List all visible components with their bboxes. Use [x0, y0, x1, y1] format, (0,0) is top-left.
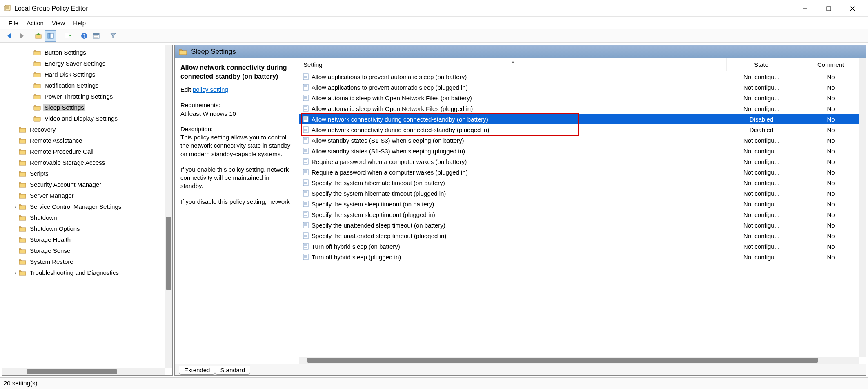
- export-button[interactable]: [62, 30, 73, 42]
- expander-icon[interactable]: ›: [12, 204, 18, 209]
- toolbar-separator: [30, 31, 30, 40]
- tree-node[interactable]: Sleep Settings: [2, 102, 172, 113]
- list-horizontal-scrollbar[interactable]: [299, 357, 859, 364]
- policy-state: Not configu...: [727, 158, 796, 165]
- list-row[interactable]: Specify the system sleep timeout (on bat…: [299, 199, 866, 209]
- tree-vertical-scrollbar[interactable]: [165, 45, 172, 368]
- list-row[interactable]: Turn off hybrid sleep (plugged in)Not co…: [299, 252, 866, 262]
- tree-node[interactable]: Remote Procedure Call: [2, 146, 172, 157]
- list-row[interactable]: Require a password when a computer wakes…: [299, 167, 866, 177]
- scrollbar-thumb[interactable]: [27, 369, 117, 374]
- menu-action[interactable]: Action: [23, 18, 47, 28]
- svg-rect-23: [303, 84, 308, 90]
- policy-comment: No: [796, 95, 866, 102]
- requirements-label: Requirements:: [180, 101, 293, 109]
- folder-icon: [19, 159, 26, 166]
- tree-node[interactable]: Server Manager: [2, 190, 172, 201]
- tree-node[interactable]: Energy Saver Settings: [2, 58, 172, 69]
- list-row[interactable]: Specify the unattended sleep timeout (pl…: [299, 230, 866, 241]
- tree-node-label: Storage Sense: [29, 247, 71, 254]
- description-label: Description:: [180, 125, 293, 133]
- tree-node[interactable]: Video and Display Settings: [2, 113, 172, 124]
- column-header-state[interactable]: State: [727, 58, 796, 71]
- svg-rect-6: [827, 7, 831, 11]
- scrollbar-thumb[interactable]: [307, 358, 818, 363]
- tree-node[interactable]: Recovery: [2, 124, 172, 135]
- list-row[interactable]: Specify the unattended sleep timeout (on…: [299, 220, 866, 230]
- svg-rect-12: [65, 33, 69, 38]
- list-vertical-scrollbar[interactable]: [859, 58, 866, 357]
- tree-node[interactable]: Security Account Manager: [2, 179, 172, 190]
- tree-horizontal-scrollbar[interactable]: [2, 368, 165, 375]
- tree-node[interactable]: Notification Settings: [2, 80, 172, 91]
- menu-view[interactable]: View: [49, 18, 68, 28]
- expander-icon[interactable]: ›: [12, 270, 18, 275]
- svg-rect-51: [303, 159, 308, 164]
- list-row[interactable]: Specify the system hibernate timeout (on…: [299, 177, 866, 188]
- list-row[interactable]: Allow automatic sleep with Open Network …: [299, 93, 866, 103]
- policy-icon: [303, 105, 309, 112]
- tree-node-label: Power Throttling Settings: [43, 93, 114, 100]
- folder-icon: [19, 236, 26, 243]
- menu-help[interactable]: Help: [70, 18, 89, 28]
- list-row[interactable]: Turn off hybrid sleep (on battery)Not co…: [299, 241, 866, 252]
- policy-state: Not configu...: [727, 105, 796, 112]
- edit-policy-row: Edit policy setting: [180, 86, 293, 94]
- tree-node[interactable]: Scripts: [2, 168, 172, 179]
- tree-node[interactable]: Removable Storage Access: [2, 157, 172, 168]
- list-row[interactable]: Allow applications to prevent automatic …: [299, 71, 866, 82]
- list-row[interactable]: Allow network connectivity during connec…: [299, 124, 866, 135]
- tree-node-label: Removable Storage Access: [29, 159, 106, 166]
- svg-rect-19: [303, 74, 308, 80]
- tree-node[interactable]: Shutdown Options: [2, 223, 172, 234]
- list-row[interactable]: Require a password when a computer wakes…: [299, 156, 866, 167]
- tree-node[interactable]: Shutdown: [2, 212, 172, 223]
- tab-extended[interactable]: Extended: [179, 366, 215, 375]
- list-row[interactable]: Allow network connectivity during connec…: [299, 114, 866, 124]
- policy-state: Not configu...: [727, 190, 796, 197]
- tree-node[interactable]: Storage Sense: [2, 245, 172, 256]
- up-button[interactable]: [33, 30, 44, 42]
- edit-policy-link[interactable]: policy setting: [193, 86, 228, 93]
- scrollbar-thumb[interactable]: [166, 217, 171, 290]
- policy-comment: No: [796, 222, 866, 229]
- list-row[interactable]: Allow standby states (S1-S3) when sleepi…: [299, 135, 866, 146]
- back-button[interactable]: [4, 30, 15, 42]
- policy-name: Turn off hybrid sleep (plugged in): [312, 254, 401, 261]
- tab-standard[interactable]: Standard: [215, 366, 250, 375]
- policy-comment: No: [796, 105, 866, 112]
- help-button[interactable]: ?: [78, 30, 90, 42]
- forward-button[interactable]: [16, 30, 27, 42]
- list-row[interactable]: Allow applications to prevent automatic …: [299, 82, 866, 93]
- tree-node[interactable]: System Restore: [2, 256, 172, 267]
- tree-node[interactable]: Button Settings: [2, 47, 172, 58]
- maximize-button[interactable]: [817, 0, 841, 17]
- tree-node[interactable]: Power Throttling Settings: [2, 91, 172, 102]
- filter-button[interactable]: [107, 30, 119, 42]
- tree-node-label: Server Manager: [29, 192, 75, 199]
- tree-node[interactable]: Remote Assistance: [2, 135, 172, 146]
- show-hide-tree-button[interactable]: [45, 30, 56, 42]
- column-header-setting[interactable]: Setting ▴: [299, 58, 727, 71]
- column-header-comment[interactable]: Comment: [796, 58, 866, 71]
- tree-view[interactable]: Button SettingsEnergy Saver SettingsHard…: [2, 45, 172, 375]
- list-row[interactable]: Allow standby states (S1-S3) when sleepi…: [299, 146, 866, 156]
- description-text: This policy setting allows you to contro…: [180, 133, 293, 158]
- tree-node-label: Security Account Manager: [29, 181, 102, 188]
- tree-node[interactable]: ›Troubleshooting and Diagnostics: [2, 267, 172, 278]
- folder-icon: [19, 214, 26, 221]
- tree-node[interactable]: Hard Disk Settings: [2, 69, 172, 80]
- list-row[interactable]: Specify the system sleep timeout (plugge…: [299, 209, 866, 220]
- policy-list: Setting ▴ State Comment ▴ ▾ Allow applic…: [299, 58, 866, 364]
- list-row[interactable]: Allow automatic sleep with Open Network …: [299, 103, 866, 114]
- properties-button[interactable]: [91, 30, 102, 42]
- minimize-button[interactable]: [793, 0, 817, 17]
- tree-node[interactable]: Storage Health: [2, 234, 172, 245]
- tree-node[interactable]: ›Service Control Manager Settings: [2, 201, 172, 212]
- close-button[interactable]: [841, 0, 864, 17]
- breadcrumb: Sleep Settings: [175, 45, 866, 58]
- policy-state: Disabled: [727, 126, 796, 133]
- svg-rect-16: [93, 33, 99, 35]
- list-row[interactable]: Specify the system hibernate timeout (pl…: [299, 188, 866, 199]
- menu-file[interactable]: File: [5, 18, 22, 28]
